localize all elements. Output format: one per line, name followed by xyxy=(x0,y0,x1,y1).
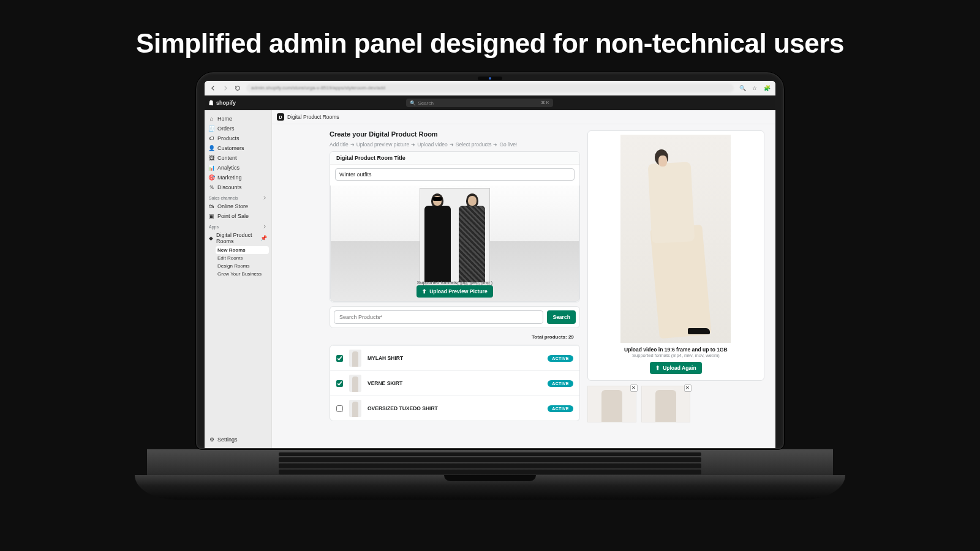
product-checkbox[interactable] xyxy=(336,380,343,387)
arrow-icon: ➜ xyxy=(450,142,454,148)
selected-products-thumbs: ✕ ✕ xyxy=(587,386,764,422)
total-products: Total products: 29 xyxy=(330,332,580,341)
star-icon[interactable]: ☆ xyxy=(751,84,758,92)
product-thumbnail xyxy=(349,400,361,417)
product-thumbnail xyxy=(349,350,361,367)
status-badge: ACTIVE xyxy=(548,405,573,412)
sidebar-item-content[interactable]: 🖼Content xyxy=(207,153,269,163)
app-badge-icon: D xyxy=(277,113,284,121)
analytics-icon: 📊 xyxy=(209,165,214,171)
video-preview xyxy=(620,135,731,343)
status-badge: ACTIVE xyxy=(548,355,573,362)
gear-icon: ⚙ xyxy=(209,437,214,443)
upload-again-button[interactable]: ⬆ Upload Again xyxy=(650,362,701,374)
breadcrumb: D Digital Product Rooms xyxy=(272,110,775,124)
product-search-input[interactable] xyxy=(334,310,543,324)
laptop-base xyxy=(135,475,845,500)
sidebar-item-analytics[interactable]: 📊Analytics xyxy=(207,163,269,173)
preview-supported-formats: Supported formats( jpg, jpeg, png ) xyxy=(331,280,579,285)
sidebar-item-grow[interactable]: Grow Your Business xyxy=(216,270,269,278)
search-shortcut: ⌘ K xyxy=(541,100,549,105)
home-icon: ⌂ xyxy=(209,116,214,122)
extensions-icon[interactable]: 🧩 xyxy=(763,84,771,92)
search-button[interactable]: Search xyxy=(547,310,575,324)
zoom-icon[interactable]: 🔍 xyxy=(739,84,746,92)
product-name: OVERSIZED TUXEDO SHIRT xyxy=(368,405,541,411)
sidebar-item-app[interactable]: ◆ Digital Product Rooms 📌 xyxy=(207,230,269,246)
title-label: Digital Product Room Title xyxy=(330,152,579,165)
page-title: Create your Digital Product Room xyxy=(330,130,580,138)
search-placeholder: Search xyxy=(418,100,434,106)
product-row[interactable]: OVERSIZED TUXEDO SHIRT ACTIVE xyxy=(330,395,579,421)
sidebar-item-new-rooms[interactable]: New Rooms xyxy=(216,246,269,254)
sidebar-item-discounts[interactable]: ％Discounts xyxy=(207,182,269,192)
pos-icon: ▣ xyxy=(209,214,214,219)
arrow-icon: ➜ xyxy=(411,142,415,148)
upload-preview-button[interactable]: ⬆ Upload Preview Picture xyxy=(417,285,492,298)
shopify-logo[interactable]: shopify xyxy=(208,100,236,106)
reload-icon[interactable] xyxy=(234,84,241,92)
products-icon: 🏷 xyxy=(209,136,214,141)
orders-icon: 🧾 xyxy=(209,126,214,132)
preview-area: Supported formats( jpg, jpeg, png ) ⬆ Up… xyxy=(330,186,579,302)
back-icon[interactable] xyxy=(209,84,217,92)
selected-product-thumb: ✕ xyxy=(587,386,636,422)
arrow-icon: ➜ xyxy=(350,142,355,148)
customers-icon: 👤 xyxy=(209,146,214,151)
sidebar-item-marketing[interactable]: 🎯Marketing xyxy=(207,173,269,182)
sidebar-item-customers[interactable]: 👤Customers xyxy=(207,143,269,153)
app-icon: ◆ xyxy=(209,236,213,241)
video-supported-formats: Supported formats (mp4, mkv, mov, webm) xyxy=(593,353,759,358)
screen: admin.shopify.com/store/orga-v-8519/apps… xyxy=(205,81,775,448)
forward-icon[interactable] xyxy=(222,84,229,92)
product-name: VERNE SKIRT xyxy=(368,380,541,386)
wizard-steps: Add title➜ Upload preview picture➜ Uploa… xyxy=(330,141,580,148)
product-checkbox[interactable] xyxy=(336,405,343,412)
url-bar[interactable]: admin.shopify.com/store/orga-v-8519/apps… xyxy=(246,84,734,92)
discounts-icon: ％ xyxy=(209,185,214,190)
chevron-right-icon[interactable] xyxy=(262,224,267,229)
product-checkbox[interactable] xyxy=(336,355,343,362)
arrow-icon: ➜ xyxy=(493,142,497,148)
chevron-right-icon[interactable] xyxy=(262,195,267,200)
product-row[interactable]: MYLAH SHIRT ACTIVE xyxy=(330,345,579,370)
upload-icon: ⬆ xyxy=(655,365,660,371)
room-title-input[interactable] xyxy=(335,168,575,181)
product-thumbnail xyxy=(349,375,361,392)
admin-layout: ⌂Home 🧾Orders 🏷Products 👤Customers 🖼Cont… xyxy=(205,110,775,448)
sidebar-item-products[interactable]: 🏷Products xyxy=(207,133,269,143)
laptop-camera xyxy=(478,77,502,80)
sidebar: ⌂Home 🧾Orders 🏷Products 👤Customers 🖼Cont… xyxy=(205,110,272,448)
breadcrumb-app: Digital Product Rooms xyxy=(287,114,339,120)
product-search-card: Search xyxy=(330,306,580,328)
remove-thumb-button[interactable]: ✕ xyxy=(684,384,692,392)
status-badge: ACTIVE xyxy=(548,380,573,387)
laptop-mockup: admin.shopify.com/store/orga-v-8519/apps… xyxy=(196,72,784,500)
product-list: MYLAH SHIRT ACTIVE VERNE SKIRT ACTIVE xyxy=(330,345,580,421)
sidebar-item-edit-rooms[interactable]: Edit Rooms xyxy=(216,254,269,262)
apps-heading: Apps xyxy=(209,224,267,229)
content-icon: 🖼 xyxy=(209,156,214,161)
video-upload-card: Upload video in 19:6 frame and up to 1GB… xyxy=(587,130,764,381)
product-row[interactable]: VERNE SKIRT ACTIVE xyxy=(330,370,579,395)
sidebar-item-pos[interactable]: ▣Point of Sale xyxy=(207,211,269,221)
preview-image xyxy=(420,188,490,283)
remove-thumb-button[interactable]: ✕ xyxy=(630,384,638,392)
pin-icon[interactable]: 📌 xyxy=(260,235,267,241)
search-icon: 🔍 xyxy=(410,100,416,106)
sidebar-item-design-rooms[interactable]: Design Rooms xyxy=(216,262,269,270)
sales-channels-heading: Sales channels xyxy=(209,195,267,200)
browser-toolbar: admin.shopify.com/store/orga-v-8519/apps… xyxy=(205,81,775,96)
upload-icon: ⬆ xyxy=(422,288,427,294)
sidebar-item-settings[interactable]: ⚙Settings xyxy=(207,435,269,444)
selected-product-thumb: ✕ xyxy=(641,386,690,422)
laptop-keyboard xyxy=(147,449,833,475)
title-card: Digital Product Room Title Supported for… xyxy=(330,151,580,302)
shopify-topbar: shopify 🔍 Search ⌘ K xyxy=(205,96,775,110)
sidebar-item-orders[interactable]: 🧾Orders xyxy=(207,124,269,133)
store-icon: 🛍 xyxy=(209,204,214,209)
product-name: MYLAH SHIRT xyxy=(368,355,541,361)
sidebar-item-home[interactable]: ⌂Home xyxy=(207,114,269,124)
sidebar-item-online-store[interactable]: 🛍Online Store xyxy=(207,201,269,211)
global-search[interactable]: 🔍 Search ⌘ K xyxy=(406,99,553,107)
